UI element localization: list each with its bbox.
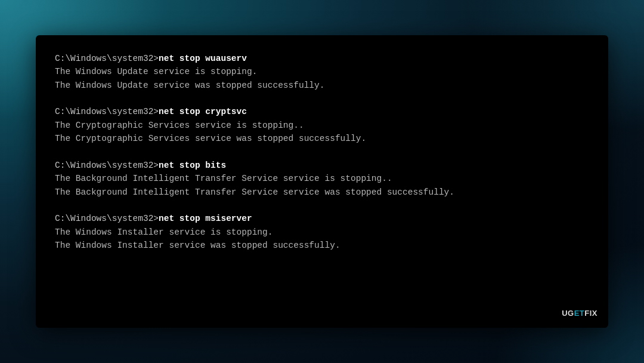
watermark-fix: FIX <box>584 309 597 318</box>
command-3: net stop bits <box>159 161 226 170</box>
cmd-line-1: C:\Windows\system32>net stop wuauserv <box>55 52 589 65</box>
cmd-line-2: C:\Windows\system32>net stop cryptsvc <box>55 105 589 118</box>
prompt-3: C:\Windows\system32> <box>55 161 159 170</box>
prompt-1: C:\Windows\system32> <box>55 54 159 63</box>
output-3-1: The Background Intelligent Transfer Serv… <box>55 172 589 185</box>
watermark: UGETFIX <box>562 307 597 319</box>
watermark-et: ET <box>574 309 585 318</box>
command-1: net stop wuauserv <box>159 54 247 63</box>
cmd-block-1: C:\Windows\system32>net stop wuauserv Th… <box>55 52 589 92</box>
output-1-1: The Windows Update service is stopping. <box>55 65 589 78</box>
output-2-2: The Cryptographic Services service was s… <box>55 132 589 145</box>
watermark-ug: UG <box>562 309 574 318</box>
command-2: net stop cryptsvc <box>159 107 247 116</box>
prompt-2: C:\Windows\system32> <box>55 107 159 116</box>
cmd-block-4: C:\Windows\system32>net stop msiserver T… <box>55 212 589 252</box>
prompt-4: C:\Windows\system32> <box>55 214 159 223</box>
output-4-1: The Windows Installer service is stoppin… <box>55 226 589 239</box>
cmd-block-3: C:\Windows\system32>net stop bits The Ba… <box>55 159 589 199</box>
cmd-line-3: C:\Windows\system32>net stop bits <box>55 159 589 172</box>
command-4: net stop msiserver <box>159 214 252 223</box>
cmd-line-4: C:\Windows\system32>net stop msiserver <box>55 212 589 225</box>
terminal-window: C:\Windows\system32>net stop wuauserv Th… <box>36 35 608 328</box>
output-3-2: The Background Intelligent Transfer Serv… <box>55 186 589 199</box>
cmd-block-2: C:\Windows\system32>net stop cryptsvc Th… <box>55 105 589 145</box>
output-1-2: The Windows Update service was stopped s… <box>55 79 589 92</box>
output-2-1: The Cryptographic Services service is st… <box>55 119 589 132</box>
output-4-2: The Windows Installer service was stoppe… <box>55 239 589 252</box>
